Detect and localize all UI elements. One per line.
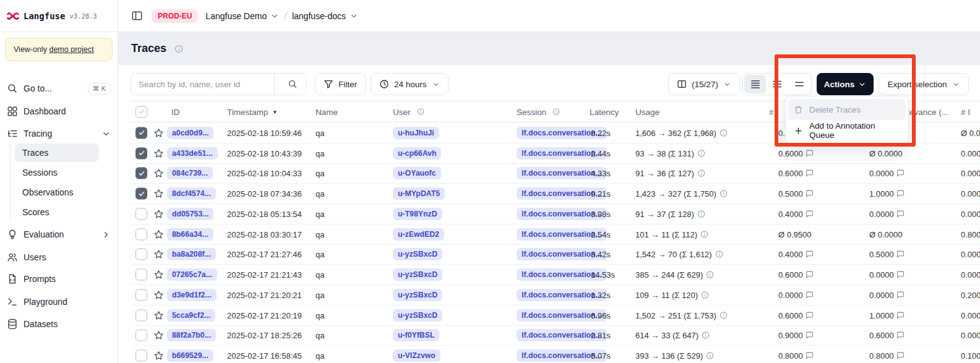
search-icon[interactable]	[280, 74, 306, 95]
trace-id-badge[interactable]: dd05753...	[167, 208, 213, 220]
table-row[interactable]: a433de51... 2025-02-18 10:43:39 qa u-cp6…	[131, 143, 980, 164]
menu-item-add-to-annotation-queue[interactable]: Add to Annotation Queue	[788, 120, 906, 141]
column-header-id[interactable]: ID	[171, 107, 180, 116]
table-row[interactable]: dd05753... 2025-02-18 05:13:54 qa u-T98Y…	[131, 204, 980, 224]
trace-id-badge[interactable]: 07265c7a...	[167, 268, 217, 281]
project-switcher[interactable]: langfuse-docs	[292, 11, 358, 21]
trace-id-badge[interactable]: 5cca9cf2...	[167, 309, 215, 322]
column-header-latency[interactable]: Latency	[590, 107, 619, 116]
chevron-down-icon	[270, 12, 279, 20]
trace-id-badge[interactable]: b669529...	[167, 349, 213, 362]
star-icon[interactable]	[153, 168, 164, 179]
trace-id-badge[interactable]: 8dcf4574...	[167, 187, 216, 200]
user-badge[interactable]: u-yzSBxcD	[393, 268, 442, 281]
row-checkbox[interactable]	[135, 127, 147, 139]
column-header-timestamp[interactable]: Timestamp▼	[227, 107, 277, 116]
row-checkbox[interactable]	[135, 228, 147, 240]
trace-id-badge[interactable]: 8b66a34...	[167, 228, 213, 241]
score-cell-a: 0.0000	[778, 290, 814, 299]
sidebar-item-tracing[interactable]: Tracing	[4, 124, 114, 143]
sidebar-item-observations[interactable]: Observations	[15, 183, 99, 202]
time-range-dropdown[interactable]: 24 hours	[371, 73, 449, 95]
sidebar-item-traces[interactable]: Traces	[15, 143, 99, 162]
table-row[interactable]: 084c739... 2025-02-18 10:04:33 qa u-OYau…	[131, 164, 980, 184]
row-checkbox[interactable]	[135, 168, 147, 179]
trace-id-badge[interactable]: 084c739...	[167, 167, 213, 179]
sidebar-item-datasets[interactable]: Datasets	[4, 314, 114, 334]
goto-button[interactable]: Go to... ⌘ K	[4, 79, 114, 98]
row-checkbox[interactable]	[135, 269, 147, 281]
trace-id-badge[interactable]: ba8a208f...	[167, 248, 216, 260]
sidebar-item-scores[interactable]: Scores	[15, 203, 99, 221]
menu-item-delete-traces[interactable]: Delete Traces	[788, 99, 906, 120]
row-checkbox[interactable]	[135, 330, 147, 341]
star-icon[interactable]	[153, 208, 164, 219]
user-badge[interactable]: u-huJhuJi	[393, 127, 439, 139]
sidebar-item-dashboard[interactable]: Dashboard	[4, 101, 114, 121]
sidebar-item-prompts[interactable]: Prompts	[4, 269, 114, 289]
table-row[interactable]: d3e9d1f2... 2025-02-17 21:20:21 qa u-yzS…	[131, 285, 980, 305]
star-icon[interactable]	[153, 127, 164, 138]
star-icon[interactable]	[153, 189, 164, 199]
row-checkbox[interactable]	[135, 188, 147, 200]
column-header-name[interactable]: Name	[316, 107, 338, 116]
star-icon[interactable]	[153, 249, 164, 260]
star-icon[interactable]	[153, 330, 164, 341]
row-checkbox[interactable]	[135, 249, 147, 260]
user-badge[interactable]: u-T98YnzD	[393, 208, 442, 220]
sidebar-item-sessions[interactable]: Sessions	[15, 163, 99, 182]
actions-button[interactable]: Actions	[817, 73, 874, 95]
column-header-user[interactable]: User	[393, 107, 424, 116]
table-row[interactable]: 88f2a7b0... 2025-02-17 18:25:26 qa u-f0Y…	[131, 326, 980, 346]
user-badge[interactable]: u-yzSBxcD	[393, 248, 442, 260]
user-badge[interactable]: u-cp66Avh	[393, 147, 441, 160]
table-row[interactable]: 07265c7a... 2025-02-17 21:21:43 qa u-yzS…	[131, 265, 980, 285]
table-row[interactable]: 8dcf4574... 2025-02-18 07:34:36 qa u-MYp…	[131, 184, 980, 204]
row-checkbox[interactable]	[135, 289, 147, 301]
row-checkbox[interactable]	[135, 147, 147, 159]
usage-cell: 109 → 11 (Σ 120)	[635, 290, 709, 299]
table-row[interactable]: 8b66a34... 2025-02-18 03:30:17 qa u-zEwd…	[131, 224, 980, 245]
column-header-session[interactable]: Session	[517, 107, 560, 116]
user-badge[interactable]: u-f0YfBSL	[393, 329, 439, 341]
row-checkbox[interactable]	[135, 208, 147, 220]
star-icon[interactable]	[153, 270, 164, 280]
select-all-checkbox[interactable]	[135, 106, 147, 117]
table-row[interactable]: b669529... 2025-02-17 16:58:45 qa u-VIZz…	[131, 346, 980, 363]
filter-button[interactable]: Filter	[315, 73, 366, 95]
export-selection-button[interactable]: Export selection	[879, 73, 969, 95]
row-height-large-button[interactable]	[788, 75, 810, 93]
star-icon[interactable]	[153, 289, 164, 300]
sidebar-item-evaluation[interactable]: Evaluation	[4, 224, 114, 244]
sidebar-toggle-icon[interactable]	[131, 10, 143, 22]
row-height-medium-button[interactable]	[767, 75, 788, 93]
user-badge[interactable]: u-VIZzvwo	[393, 349, 441, 362]
trace-id-badge[interactable]: a433de51...	[167, 147, 218, 160]
user-badge[interactable]: u-MYpDAT5	[393, 187, 445, 200]
user-badge[interactable]: u-yzSBxcD	[393, 289, 442, 301]
latency-cell: 5.07s	[591, 351, 611, 361]
user-badge[interactable]: u-zEwdED2	[393, 228, 444, 241]
timestamp-cell: 2025-02-18 05:13:54	[227, 209, 302, 218]
column-header-usage[interactable]: Usage	[635, 107, 660, 116]
star-icon[interactable]	[153, 229, 164, 239]
column-visibility-dropdown[interactable]: (15/27)	[668, 73, 740, 95]
trace-id-badge[interactable]: d3e9d1f2...	[167, 289, 217, 301]
star-icon[interactable]	[153, 351, 164, 361]
org-switcher[interactable]: Langfuse Demo	[205, 11, 279, 21]
user-badge[interactable]: u-OYauofc	[393, 167, 441, 179]
sidebar-item-users[interactable]: Users	[4, 247, 114, 267]
trace-id-badge[interactable]: a0cd0d9...	[167, 127, 213, 139]
table-row[interactable]: ba8a208f... 2025-02-17 21:27:46 qa u-yzS…	[131, 245, 980, 265]
search-input[interactable]	[131, 74, 269, 95]
row-checkbox[interactable]	[135, 350, 147, 362]
sidebar-item-playground[interactable]: Playground	[4, 292, 114, 312]
table-row[interactable]: 5cca9cf2... 2025-02-17 21:20:19 qa u-yzS…	[131, 305, 980, 326]
star-icon[interactable]	[153, 310, 164, 320]
row-checkbox[interactable]	[135, 309, 147, 321]
star-icon[interactable]	[153, 148, 164, 158]
row-height-small-button[interactable]	[744, 75, 766, 93]
demo-project-link[interactable]: demo project	[49, 45, 93, 54]
trace-id-badge[interactable]: 88f2a7b0...	[167, 329, 216, 341]
user-badge[interactable]: u-yzSBxcD	[393, 309, 442, 322]
